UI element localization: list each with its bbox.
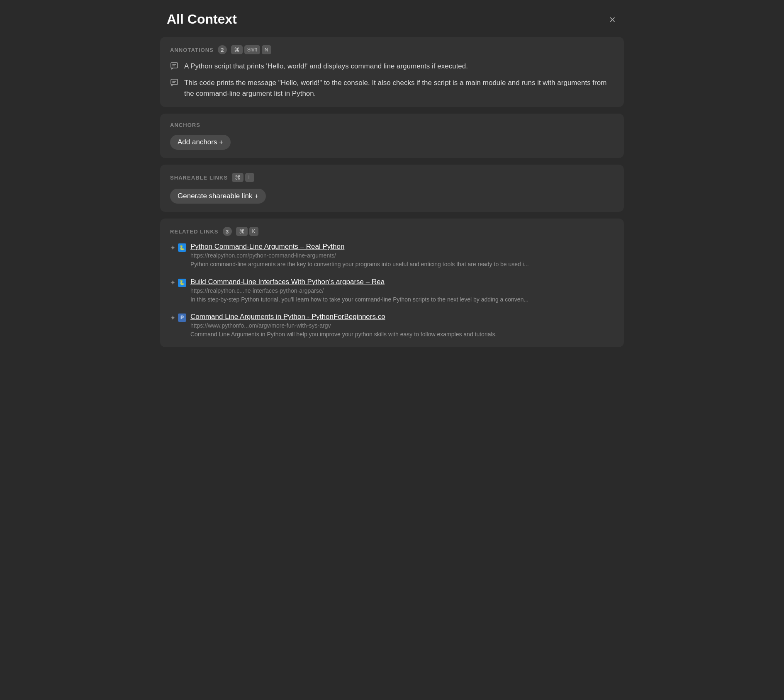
panel-header: All Context ×: [153, 0, 631, 37]
link-title-3[interactable]: Command Line Arguments in Python - Pytho…: [190, 313, 614, 321]
annotation-text-2: This code prints the message "Hello, wor…: [184, 78, 614, 99]
related-links-header: RELATED LINKS 3 ⌘ K: [170, 227, 614, 236]
annotations-header: ANNOTATIONS 2 ⌘ Shift N: [170, 45, 614, 54]
sparkle-icon-1: ✦: [170, 244, 175, 252]
link-url-3: https://www.pythonfo...om/argv/more-fun-…: [190, 322, 614, 329]
related-links-label: RELATED LINKS: [170, 228, 219, 235]
link-content-1: Python Command-Line Arguments – Real Pyt…: [190, 243, 614, 269]
cmd-key: ⌘: [231, 45, 243, 54]
link-title-1[interactable]: Python Command-Line Arguments – Real Pyt…: [190, 243, 614, 251]
link-desc-3: Command Line Arguments in Python will he…: [190, 331, 614, 339]
link-icons-1: ✦ 🐍: [170, 243, 186, 252]
close-button[interactable]: ×: [608, 12, 617, 27]
cmd-key-related: ⌘: [236, 227, 248, 236]
link-title-2[interactable]: Build Command-Line Interfaces With Pytho…: [190, 278, 614, 286]
annotation-text-1: A Python script that prints 'Hello, worl…: [184, 61, 468, 72]
shift-key: Shift: [244, 45, 260, 54]
annotations-label: ANNOTATIONS: [170, 47, 214, 53]
annotation-icon-1: [170, 62, 178, 72]
link-desc-1: Python command-line arguments are the ke…: [190, 260, 614, 269]
favicon-3: P: [178, 314, 186, 322]
shareable-links-header: SHAREABLE LINKS ⌘ L: [170, 173, 614, 182]
all-context-panel: All Context × ANNOTATIONS 2 ⌘ Shift N A …: [153, 0, 631, 700]
link-content-2: Build Command-Line Interfaces With Pytho…: [190, 278, 614, 304]
annotations-section: ANNOTATIONS 2 ⌘ Shift N A Python script …: [160, 37, 624, 107]
svg-rect-1: [171, 79, 178, 85]
annotations-count-badge: 2: [218, 45, 227, 54]
related-link-item-1: ✦ 🐍 Python Command-Line Arguments – Real…: [170, 243, 614, 269]
annotations-shortcut: ⌘ Shift N: [231, 45, 271, 54]
link-content-3: Command Line Arguments in Python - Pytho…: [190, 313, 614, 339]
related-link-item-3: ✦ P Command Line Arguments in Python - P…: [170, 313, 614, 339]
related-link-item-2: ✦ 🐍 Build Command-Line Interfaces With P…: [170, 278, 614, 304]
panel-title: All Context: [167, 12, 237, 27]
favicon-2: 🐍: [178, 279, 186, 287]
annotation-icon-2: [170, 78, 178, 88]
link-icons-2: ✦ 🐍: [170, 279, 186, 287]
link-url-2: https://realpython.c...ne-interfaces-pyt…: [190, 287, 614, 294]
annotation-item-1: A Python script that prints 'Hello, worl…: [170, 61, 614, 72]
k-key: K: [249, 227, 258, 236]
link-desc-2: In this step-by-step Python tutorial, yo…: [190, 296, 614, 304]
link-url-1: https://realpython.com/python-command-li…: [190, 252, 614, 259]
n-key: N: [262, 45, 271, 54]
link-icons-3: ✦ P: [170, 314, 186, 322]
sparkle-icon-2: ✦: [170, 279, 175, 287]
related-links-count-badge: 3: [223, 227, 232, 236]
favicon-1: 🐍: [178, 243, 186, 252]
anchors-label: ANCHORS: [170, 122, 200, 128]
shareable-links-label: SHAREABLE LINKS: [170, 175, 228, 181]
annotation-item-2: This code prints the message "Hello, wor…: [170, 78, 614, 99]
anchors-header: ANCHORS: [170, 122, 614, 128]
sparkle-icon-3: ✦: [170, 314, 175, 322]
l-key: L: [245, 173, 254, 182]
svg-rect-0: [171, 63, 178, 68]
shareable-links-section: SHAREABLE LINKS ⌘ L Generate shareable l…: [160, 165, 624, 212]
anchors-section: ANCHORS Add anchors +: [160, 114, 624, 158]
generate-shareable-link-button[interactable]: Generate shareable link +: [170, 189, 266, 204]
shareable-links-shortcut: ⌘ L: [232, 173, 254, 182]
related-links-section: RELATED LINKS 3 ⌘ K ✦ 🐍 Python Command-L…: [160, 219, 624, 347]
cmd-key-links: ⌘: [232, 173, 243, 182]
related-links-shortcut: ⌘ K: [236, 227, 258, 236]
add-anchors-button[interactable]: Add anchors +: [170, 135, 231, 150]
